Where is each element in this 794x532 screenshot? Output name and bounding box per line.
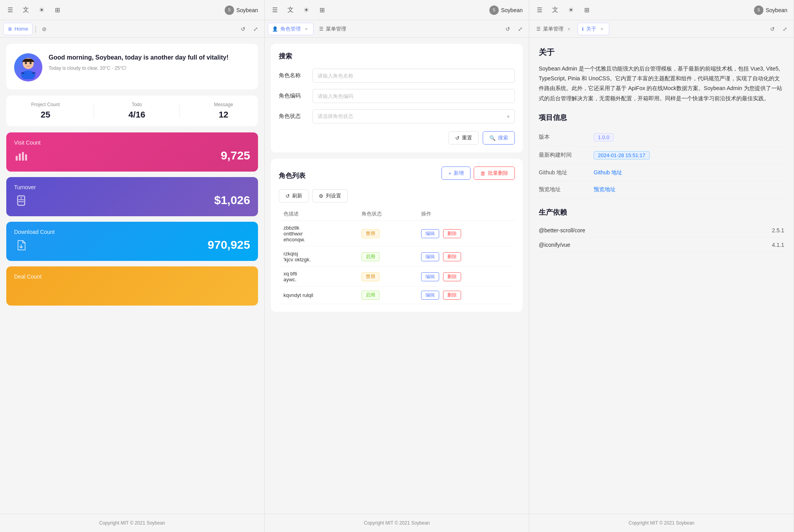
preview-link[interactable]: 预览地址 bbox=[594, 186, 616, 192]
deps-table: @better-scroll/core 2.5.1 @iconify/vue 4… bbox=[539, 223, 784, 252]
col-action: 操作 bbox=[416, 207, 515, 221]
translate-icon[interactable]: 文 bbox=[22, 6, 30, 14]
stat-todo: Todo 4/16 bbox=[129, 102, 145, 120]
layout-icon[interactable]: ⊞ bbox=[583, 6, 591, 14]
field-role-code: 角色编码 bbox=[279, 89, 515, 103]
translate-icon[interactable]: 文 bbox=[287, 6, 294, 14]
menu-icon[interactable]: ☰ bbox=[6, 6, 14, 14]
edit-button[interactable]: 编辑 bbox=[421, 291, 439, 300]
card-visit-value: 9,725 bbox=[221, 149, 250, 162]
input-role-code[interactable] bbox=[313, 89, 515, 103]
panel-role: ☰ 文 ☀ ⊞ S Soybean 👤 角色管理 × ☰ 菜单管理 ↺ ⤢ 搜索… bbox=[265, 0, 529, 532]
svg-point-1 bbox=[21, 71, 35, 79]
github-link[interactable]: Github 地址 bbox=[594, 169, 622, 176]
search-button[interactable]: 🔍 搜索 bbox=[483, 131, 515, 145]
batch-delete-label: 批量删除 bbox=[488, 170, 508, 177]
dep-name: @iconify/vue bbox=[539, 237, 733, 252]
delete-button[interactable]: 删除 bbox=[443, 272, 461, 281]
greeting-text: Good morning, Soybean, today is another … bbox=[49, 53, 229, 81]
tab-about-close[interactable]: × bbox=[599, 26, 605, 32]
sun-icon[interactable]: ☀ bbox=[302, 6, 310, 14]
username: Soybean bbox=[766, 7, 787, 13]
field-role-status: 角色状态 请选择角色状态 ▾ bbox=[279, 109, 515, 123]
menu-icon[interactable]: ☰ bbox=[536, 6, 543, 14]
column-settings-button[interactable]: ⚙ 列设置 bbox=[312, 189, 348, 203]
svg-point-3 bbox=[25, 62, 27, 64]
card-turnover-title: Turnover bbox=[14, 184, 36, 190]
row1-desc: zbbztlkontthwxrehconqw. bbox=[279, 221, 357, 247]
dep-version: 2.5.1 bbox=[733, 223, 784, 238]
info-label-version: 版本 bbox=[539, 128, 594, 147]
topbar-role: ☰ 文 ☀ ⊞ S Soybean bbox=[265, 0, 529, 20]
bar-chart-icon bbox=[14, 149, 28, 163]
edit-button[interactable]: 编辑 bbox=[421, 229, 439, 238]
edit-button[interactable]: 编辑 bbox=[421, 272, 439, 281]
dep-name: @better-scroll/core bbox=[539, 223, 733, 238]
row4-status: 启用 bbox=[357, 287, 416, 304]
reset-button[interactable]: ↺ 重置 bbox=[449, 131, 479, 145]
layout-icon[interactable]: ⊞ bbox=[53, 6, 61, 14]
field-role-name: 角色名称 bbox=[279, 69, 515, 83]
search-icon: 🔍 bbox=[489, 135, 496, 141]
column-label: 列设置 bbox=[326, 192, 341, 199]
svg-rect-10 bbox=[25, 154, 27, 161]
role-content: 搜索 角色名称 角色编码 角色状态 请选择角色状态 ▾ ↺ 重置 bbox=[265, 38, 529, 514]
table-row: rzkqisj'kjcv oktzgk. 启用 编辑 删除 bbox=[279, 247, 515, 267]
stat-project: Project Count 25 bbox=[31, 102, 60, 120]
delete-button[interactable]: 删除 bbox=[443, 229, 461, 238]
stat-message: Message 12 bbox=[214, 102, 233, 120]
search-label: 搜索 bbox=[498, 134, 508, 141]
sun-icon[interactable]: ☀ bbox=[38, 6, 45, 14]
tab-role-close[interactable]: × bbox=[303, 26, 309, 32]
info-label-build-time: 最新构建时间 bbox=[539, 146, 594, 164]
greeting-subtitle: Today is cloudy to clear, 20°C - 25°C! bbox=[49, 65, 229, 72]
tab-about-icon: ℹ bbox=[582, 26, 584, 32]
refresh-icon[interactable]: ↺ bbox=[767, 24, 778, 34]
yen-icon: ¥ bbox=[14, 194, 28, 208]
input-role-name[interactable] bbox=[313, 69, 515, 83]
refresh-icon: ↺ bbox=[285, 193, 290, 199]
refresh-icon[interactable]: ↺ bbox=[502, 24, 513, 34]
chevron-down-icon: ▾ bbox=[507, 114, 510, 119]
username: Soybean bbox=[501, 7, 523, 13]
refresh-icon[interactable]: ↺ bbox=[238, 24, 249, 34]
close-icon[interactable]: ⊘ bbox=[39, 24, 50, 34]
search-section: 搜索 角色名称 角色编码 角色状态 请选择角色状态 ▾ ↺ 重置 bbox=[271, 44, 523, 152]
edit-button[interactable]: 编辑 bbox=[421, 252, 439, 261]
fullscreen-icon[interactable]: ⤢ bbox=[515, 24, 526, 34]
trash-icon: 🗑 bbox=[480, 170, 485, 176]
info-value-version: 1.0.0 bbox=[594, 128, 784, 147]
info-value-github: Github 地址 bbox=[594, 164, 784, 181]
fullscreen-icon[interactable]: ⤢ bbox=[779, 24, 790, 34]
select-role-status[interactable]: 请选择角色状态 ▾ bbox=[313, 109, 515, 123]
svg-rect-7 bbox=[16, 156, 18, 161]
refresh-button[interactable]: ↺ 刷新 bbox=[279, 189, 309, 203]
tab-menu[interactable]: ☰ 菜单管理 bbox=[315, 23, 350, 35]
tab-menu2[interactable]: ☰ 菜单管理 × bbox=[532, 23, 576, 35]
card-turnover: Turnover ¥ $1,026 bbox=[6, 177, 258, 216]
menu-icon[interactable]: ☰ bbox=[271, 6, 279, 14]
svg-point-4 bbox=[30, 62, 32, 64]
dep-version: 4.1.1 bbox=[733, 237, 784, 252]
row2-status: 启用 bbox=[357, 247, 416, 267]
tab-role[interactable]: 👤 角色管理 × bbox=[268, 23, 314, 35]
about-main: 关于 Soybean Admin 是一个优雅且功能强大的后台管理模板，基于最新的… bbox=[529, 38, 794, 252]
project-info-table: 版本 1.0.0 最新构建时间 2024-01-28 15:51:17 Gith… bbox=[539, 128, 784, 198]
batch-delete-button[interactable]: 🗑 批量删除 bbox=[474, 166, 515, 180]
plus-icon: + bbox=[448, 170, 451, 176]
delete-button[interactable]: 删除 bbox=[443, 291, 461, 300]
tab-menu2-close[interactable]: × bbox=[566, 26, 572, 32]
add-button[interactable]: + 新增 bbox=[442, 166, 471, 180]
build-time-badge: 2024-01-28 15:51:17 bbox=[594, 151, 650, 159]
sun-icon[interactable]: ☀ bbox=[567, 6, 575, 14]
delete-button[interactable]: 删除 bbox=[443, 252, 461, 261]
fullscreen-icon[interactable]: ⤢ bbox=[250, 24, 261, 34]
table-row: kqvndyt rulqil 启用 编辑 删除 bbox=[279, 287, 515, 304]
tab-menu-label: 菜单管理 bbox=[326, 25, 346, 33]
settings-icon: ⚙ bbox=[319, 193, 323, 199]
translate-icon[interactable]: 文 bbox=[551, 6, 559, 14]
tab-home[interactable]: 🖥 Home bbox=[3, 23, 33, 35]
row2-desc: rzkqisj'kjcv oktzgk. bbox=[279, 247, 357, 267]
layout-icon[interactable]: ⊞ bbox=[318, 6, 326, 14]
tab-about[interactable]: ℹ 关于 × bbox=[578, 23, 609, 35]
